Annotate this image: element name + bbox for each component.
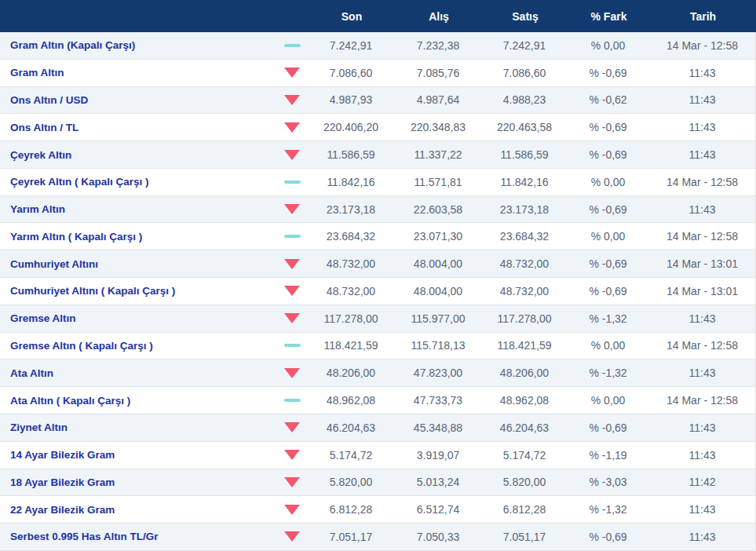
trend-cell [276, 68, 308, 78]
tarih-value: 11:43 [649, 93, 755, 106]
flat-dash-icon [284, 44, 301, 47]
instrument-name: Ons Altın / USD [0, 94, 276, 106]
trend-cell [276, 399, 308, 402]
table-row[interactable]: Ata Altın ( Kapalı Çarşı ) 48.962,08 47.… [0, 387, 756, 414]
instrument-name: Cumhuriyet Altını ( Kapalı Çarşı ) [0, 285, 276, 297]
table-row[interactable]: Ons Altın / TL 220.406,20 220.348,83 220… [0, 114, 756, 141]
table-body: Gram Altın (Kapalı Çarşı) 7.242,91 7.232… [0, 32, 756, 551]
instrument-name: 14 Ayar Bilezik Gram [0, 449, 276, 461]
down-triangle-icon [284, 505, 300, 515]
fark-value: % -0,69 [567, 257, 649, 270]
fark-value: % -0,62 [567, 93, 649, 106]
alis-value: 48.004,00 [394, 257, 482, 270]
son-value: 7.242,91 [308, 39, 394, 52]
satis-value: 5.174,72 [482, 449, 567, 462]
flat-dash-icon [284, 399, 301, 402]
down-triangle-icon [284, 150, 300, 160]
tarih-value: 11:42 [649, 476, 755, 488]
tarih-value: 11:43 [649, 367, 755, 379]
son-value: 7.051,17 [308, 531, 394, 543]
tarih-value: 11:43 [649, 203, 755, 216]
tarih-value: 14 Mar - 12:58 [649, 39, 755, 52]
down-triangle-icon [284, 95, 300, 105]
table-row[interactable]: Yarım Altın ( Kapalı Çarşı ) 23.684,32 2… [0, 223, 756, 250]
satis-value: 117.278,00 [482, 312, 567, 325]
tarih-value: 11:43 [649, 312, 755, 325]
trend-cell [276, 235, 308, 238]
satis-value: 23.684,32 [482, 230, 567, 243]
table-row[interactable]: Gremse Altın 117.278,00 115.977,00 117.2… [0, 305, 756, 333]
table-row[interactable]: 14 Ayar Bilezik Gram 5.174,72 3.919,07 5… [0, 442, 756, 469]
table-row[interactable]: Ata Altın 48.206,00 47.823,00 48.206,00 … [0, 359, 756, 387]
son-value: 23.684,32 [308, 230, 394, 243]
instrument-name: Ziynet Altın [0, 421, 276, 433]
down-triangle-icon [284, 422, 300, 432]
son-value: 48.732,00 [308, 285, 394, 297]
table-row[interactable]: Gram Altın 7.086,60 7.085,76 7.086,60 % … [0, 60, 756, 87]
table-row[interactable]: Cumhuriyet Altını ( Kapalı Çarşı ) 48.73… [0, 278, 756, 305]
fark-value: % -1,32 [567, 367, 649, 379]
table-row[interactable]: Çeyrek Altın ( Kapalı Çarşı ) 11.842,16 … [0, 169, 756, 196]
table-row[interactable]: Ziynet Altın 46.204,63 45.348,88 46.204,… [0, 414, 756, 442]
table-row[interactable]: Gremse Altın ( Kapalı Çarşı ) 118.421,59… [0, 333, 756, 360]
son-value: 7.086,60 [308, 67, 394, 79]
instrument-name: 22 Ayar Bilezik Gram [0, 504, 276, 516]
son-value: 5.820,00 [308, 476, 394, 488]
fark-value: % -0,69 [567, 531, 649, 543]
satis-value: 7.086,60 [482, 67, 567, 79]
son-value: 4.987,93 [308, 93, 394, 106]
satis-value: 7.242,91 [482, 39, 567, 52]
table-row[interactable]: Çeyrek Altın 11.586,59 11.337,22 11.586,… [0, 141, 756, 169]
tarih-value: 11:43 [649, 449, 755, 462]
alis-value: 7.050,33 [394, 531, 482, 543]
satis-value: 23.173,18 [482, 203, 567, 216]
son-value: 117.278,00 [308, 312, 394, 325]
trend-cell [276, 477, 308, 487]
table-row[interactable]: 18 Ayar Bilezik Gram 5.820,00 5.013,24 5… [0, 469, 756, 497]
fark-value: % 0,00 [567, 394, 649, 407]
table-row[interactable]: Gram Altın (Kapalı Çarşı) 7.242,91 7.232… [0, 32, 756, 60]
trend-cell [276, 95, 308, 105]
trend-cell [276, 368, 308, 378]
tarih-value: 14 Mar - 12:58 [649, 176, 755, 188]
fark-value: % 0,00 [567, 339, 649, 352]
instrument-name: Ata Altın ( Kapalı Çarşı ) [0, 395, 276, 407]
satis-value: 220.463,58 [482, 121, 567, 133]
son-value: 48.732,00 [308, 257, 394, 270]
table-header-row: Son Alış Satış % Fark Tarih [0, 0, 756, 32]
alis-value: 11.571,81 [394, 176, 482, 188]
tarih-value: 14 Mar - 12:58 [649, 230, 755, 243]
alis-value: 115.718,13 [394, 339, 482, 352]
alis-value: 22.603,58 [394, 203, 482, 216]
table-row[interactable]: 22 Ayar Bilezik Gram 6.812,28 6.512,74 6… [0, 496, 756, 524]
instrument-name: Cumhuriyet Altını [0, 258, 276, 270]
table-row[interactable]: Ons Altın / USD 4.987,93 4.987,64 4.988,… [0, 87, 756, 115]
table-row[interactable]: Cumhuriyet Altını 48.732,00 48.004,00 48… [0, 250, 756, 278]
alis-value: 5.013,24 [394, 476, 482, 488]
tarih-value: 11:43 [649, 503, 755, 516]
trend-cell [276, 450, 308, 460]
fark-value: % -3,03 [567, 476, 649, 488]
satis-value: 48.732,00 [482, 257, 567, 270]
alis-value: 220.348,83 [394, 121, 482, 133]
down-triangle-icon [284, 531, 300, 542]
flat-dash-icon [284, 344, 301, 347]
instrument-name: Gremse Altın [0, 312, 276, 324]
tarih-value: 14 Mar - 13:01 [649, 285, 755, 297]
table-row[interactable]: Yarım Altın 23.173,18 22.603,58 23.173,1… [0, 196, 756, 224]
trend-cell [276, 422, 308, 432]
fark-value: % -0,69 [567, 148, 649, 161]
down-triangle-icon [284, 477, 300, 487]
instrument-name: Yarım Altın ( Kapalı Çarşı ) [0, 231, 276, 243]
trend-cell [276, 286, 308, 296]
fark-value: % -0,69 [567, 203, 649, 216]
fark-value: % 0,00 [567, 230, 649, 243]
table-row[interactable]: Serbest 0.995 Has Altın TL/Gr 7.051,17 7… [0, 524, 756, 551]
alis-value: 47.823,00 [394, 367, 482, 379]
satis-value: 6.812,28 [482, 503, 567, 516]
flat-dash-icon [284, 235, 301, 238]
tarih-value: 14 Mar - 12:58 [649, 339, 755, 352]
son-value: 23.173,18 [308, 203, 394, 216]
son-value: 11.842,16 [308, 176, 394, 188]
fark-value: % -1,32 [567, 312, 649, 325]
